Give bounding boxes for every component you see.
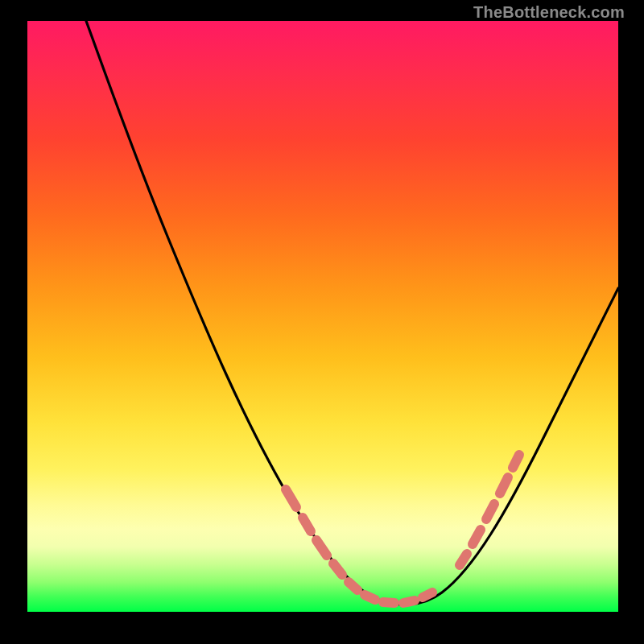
chart-frame: TheBottleneck.com: [0, 0, 644, 644]
watermark-text: TheBottleneck.com: [473, 3, 625, 22]
highlight-segments: [286, 455, 519, 603]
curve-layer: [27, 21, 618, 612]
main-curve: [86, 21, 618, 605]
